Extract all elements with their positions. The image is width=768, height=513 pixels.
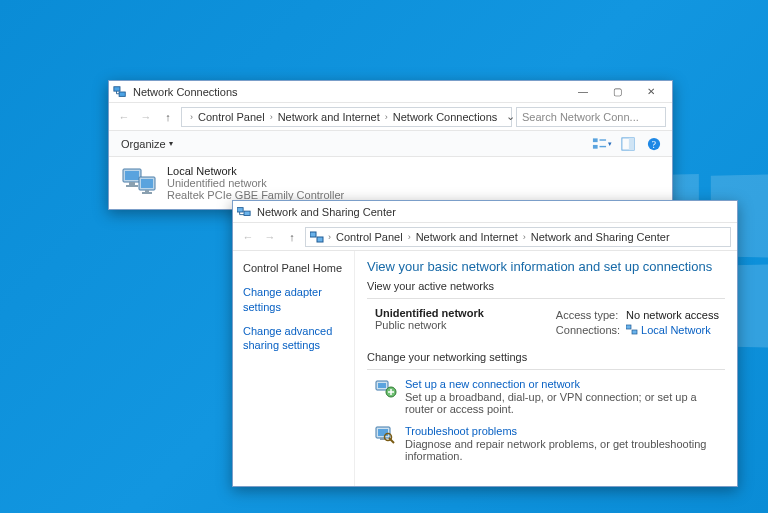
titlebar[interactable]: Network and Sharing Center: [233, 201, 737, 223]
change-settings-label: Change your networking settings: [367, 351, 725, 363]
active-network-block: Unidentified network Public network: [375, 307, 484, 339]
location-icon: [310, 230, 324, 244]
connection-link-label: Local Network: [641, 324, 711, 336]
troubleshoot-desc: Diagnose and repair network problems, or…: [405, 438, 725, 462]
breadcrumb[interactable]: Network and Internet: [413, 231, 521, 243]
breadcrumb[interactable]: Control Panel: [195, 111, 268, 123]
back-button[interactable]: ←: [115, 108, 133, 126]
svg-rect-25: [632, 330, 637, 334]
network-adapter-icon[interactable]: [121, 165, 157, 197]
network-name: Unidentified network: [375, 307, 484, 319]
svg-rect-13: [125, 171, 139, 180]
forward-button[interactable]: →: [137, 108, 155, 126]
help-icon[interactable]: ?: [644, 135, 664, 153]
svg-rect-21: [244, 211, 250, 215]
window-title: Network and Sharing Center: [257, 206, 733, 218]
preview-pane-button[interactable]: [618, 135, 638, 153]
close-button[interactable]: ✕: [634, 83, 668, 101]
chevron-right-icon: ›: [270, 112, 273, 122]
forward-button[interactable]: →: [261, 228, 279, 246]
setup-connection-action[interactable]: Set up a new connection or network Set u…: [375, 378, 725, 415]
back-button[interactable]: ←: [239, 228, 257, 246]
command-toolbar: Organize ▾ ▾ ?: [109, 131, 672, 157]
view-options-button[interactable]: ▾: [592, 135, 612, 153]
network-connections-icon: [113, 85, 127, 99]
active-networks-label: View your active networks: [367, 280, 725, 292]
setup-connection-desc: Set up a broadband, dial-up, or VPN conn…: [405, 391, 725, 415]
troubleshoot-action[interactable]: Troubleshoot problems Diagnose and repai…: [375, 425, 725, 462]
up-button[interactable]: ↑: [283, 228, 301, 246]
chevron-right-icon: ›: [385, 112, 388, 122]
svg-rect-23: [317, 237, 323, 242]
access-type-label: Access type:: [556, 309, 624, 322]
svg-rect-0: [114, 86, 120, 90]
search-input[interactable]: Search Network Conn...: [516, 107, 666, 127]
address-bar[interactable]: › Control Panel › Network and Internet ›…: [181, 107, 512, 127]
sidebar: Control Panel Home Change adapter settin…: [233, 251, 355, 486]
svg-rect-30: [378, 429, 388, 436]
main-content: View your basic network information and …: [355, 251, 737, 486]
sidebar-adapter-link[interactable]: Change adapter settings: [243, 285, 344, 314]
chevron-right-icon: ›: [328, 232, 331, 242]
svg-rect-14: [129, 182, 135, 185]
connection-status: Unidentified network: [167, 177, 344, 189]
breadcrumb[interactable]: Network and Sharing Center: [528, 231, 673, 243]
svg-rect-27: [378, 383, 386, 388]
divider: [367, 298, 725, 299]
svg-rect-15: [126, 185, 138, 187]
svg-rect-19: [142, 192, 152, 194]
nav-toolbar: ← → ↑ › Control Panel › Network and Inte…: [109, 103, 672, 131]
svg-rect-4: [593, 138, 598, 142]
svg-rect-6: [600, 139, 607, 140]
chevron-down-icon: ▾: [169, 139, 173, 148]
svg-rect-20: [237, 207, 243, 211]
nav-toolbar: ← → ↑ › Control Panel › Network and Inte…: [233, 223, 737, 251]
connection-item[interactable]: Local Network Unidentified network Realt…: [167, 165, 344, 201]
up-button[interactable]: ↑: [159, 108, 177, 126]
breadcrumb[interactable]: Network and Internet: [275, 111, 383, 123]
troubleshoot-title: Troubleshoot problems: [405, 425, 725, 437]
svg-rect-1: [119, 92, 125, 96]
titlebar[interactable]: Network Connections — ▢ ✕: [109, 81, 672, 103]
breadcrumb[interactable]: Network Connections: [390, 111, 501, 123]
troubleshoot-icon: [375, 425, 397, 445]
minimize-button[interactable]: —: [566, 83, 600, 101]
ethernet-icon: [626, 324, 638, 336]
organize-label: Organize: [121, 138, 166, 150]
connection-name: Local Network: [167, 165, 344, 177]
sidebar-home-link[interactable]: Control Panel Home: [243, 261, 344, 275]
chevron-right-icon: ›: [408, 232, 411, 242]
access-type-value: No network access: [626, 309, 723, 322]
svg-rect-22: [310, 232, 316, 237]
chevron-right-icon: ›: [190, 112, 193, 122]
divider: [367, 369, 725, 370]
organize-menu[interactable]: Organize ▾: [117, 136, 177, 152]
connections-label: Connections:: [556, 324, 624, 337]
svg-rect-24: [626, 325, 631, 329]
svg-rect-18: [145, 190, 149, 192]
maximize-button[interactable]: ▢: [600, 83, 634, 101]
window-title: Network Connections: [133, 86, 566, 98]
svg-rect-5: [593, 144, 598, 148]
network-details: Access type: No network access Connectio…: [554, 307, 725, 339]
svg-text:?: ?: [652, 138, 656, 149]
svg-rect-17: [141, 179, 153, 188]
chevron-right-icon: ›: [523, 232, 526, 242]
network-sharing-center-window: Network and Sharing Center ← → ↑ › Contr…: [232, 200, 738, 487]
breadcrumb[interactable]: Control Panel: [333, 231, 406, 243]
address-bar[interactable]: › Control Panel › Network and Internet ›…: [305, 227, 731, 247]
connection-link[interactable]: Local Network: [626, 324, 719, 336]
network-connections-window: Network Connections — ▢ ✕ ← → ↑ › Contro…: [108, 80, 673, 210]
svg-rect-7: [600, 145, 607, 146]
svg-rect-9: [629, 137, 634, 149]
setup-connection-title: Set up a new connection or network: [405, 378, 725, 390]
sidebar-advanced-link[interactable]: Change advanced sharing settings: [243, 324, 344, 353]
network-sharing-icon: [237, 205, 251, 219]
page-heading: View your basic network information and …: [367, 259, 725, 274]
network-category: Public network: [375, 319, 484, 331]
setup-connection-icon: [375, 378, 397, 398]
